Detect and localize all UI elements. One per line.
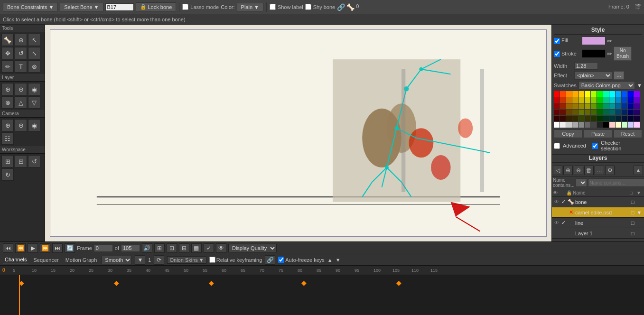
shy-bone-checkbox[interactable] [305,4,311,10]
color-cell[interactable] [591,97,597,103]
color-cell[interactable] [566,122,572,128]
view-btn-2[interactable]: ⊡ [167,243,177,253]
layers-collapse-btn[interactable]: ▲ [634,166,643,175]
layers-tool-2[interactable]: ⊕ [563,166,573,175]
color-cell[interactable] [572,122,578,128]
color-cell[interactable] [566,91,572,97]
color-cell[interactable] [609,122,615,128]
effect-options-btn[interactable]: … [614,71,624,80]
layer-vis-checkbox-2[interactable]: ✓ [560,220,567,226]
tool-rotate[interactable]: ↺ [15,47,27,59]
view-btn-3[interactable]: ⊟ [179,243,189,253]
color-cell[interactable] [603,122,609,128]
up-icon[interactable]: ▲ [327,257,333,263]
layer-check-1[interactable]: □ [629,210,636,215]
color-cell[interactable] [616,103,621,109]
color-cell[interactable] [554,116,560,121]
color-cell[interactable] [622,91,627,97]
color-cell[interactable] [603,91,609,97]
color-cell[interactable] [609,91,615,97]
layer-row[interactable]: 👁 ✓ line □ [552,218,644,228]
workspace-tool-2[interactable]: ⊟ [15,155,27,167]
down-icon[interactable]: ▼ [336,257,341,263]
color-cell[interactable] [616,91,621,97]
layer-row[interactable]: ✕ camel edite.psd □ ▼ [552,207,644,218]
smooth-select-arrow[interactable]: ▼ [135,255,145,265]
color-cell[interactable] [634,97,640,103]
sequencer-tab[interactable]: Sequencer [31,257,60,263]
color-cell[interactable] [616,97,621,103]
color-cell[interactable] [566,116,572,121]
layer-tool-5[interactable]: △ [15,96,27,109]
color-cell[interactable] [579,91,584,97]
workspace-tool-3[interactable]: ↺ [28,155,40,167]
color-cell[interactable] [628,116,634,121]
color-cell[interactable] [585,122,590,128]
color-cell[interactable] [585,116,590,121]
paste-button[interactable]: Paste [584,130,612,138]
camera-tool-1[interactable]: ⊕ [1,119,14,131]
color-cell[interactable] [591,91,597,97]
color-cell[interactable] [572,103,578,109]
color-cell[interactable] [622,122,627,128]
fill-checkbox[interactable] [554,38,560,44]
auto-freeze-checkbox[interactable] [278,257,284,263]
tool-text[interactable]: T [15,60,27,73]
tool-add[interactable]: ⊕ [15,34,27,46]
fill-color-swatch[interactable] [582,37,606,45]
filter-input[interactable] [588,178,644,187]
view-btn-1[interactable]: ⊞ [154,243,165,253]
color-cell[interactable] [609,110,615,115]
camera-tool-3[interactable]: ◉ [28,119,40,131]
width-input[interactable]: 1.28 [574,62,598,70]
fill-edit-icon[interactable]: ✏ [607,37,612,45]
color-cell[interactable] [622,97,627,103]
layer-check-3[interactable]: □ [629,231,636,236]
bone-constraints-btn[interactable]: Bone Constraints ▼ [3,3,58,11]
tool-scale[interactable]: ⤡ [28,47,40,59]
color-cell[interactable] [634,110,640,115]
channels-tab[interactable]: Channels [3,256,28,263]
color-cell[interactable] [579,103,584,109]
layer-tool-6[interactable]: ▽ [28,96,40,109]
color-cell[interactable] [616,116,621,121]
color-cell[interactable] [579,116,584,121]
color-cell[interactable] [634,116,640,121]
tool-pen[interactable]: ✏ [1,60,14,73]
layer-tool-1[interactable]: ⊕ [1,83,14,95]
camera-tool-4[interactable]: ☷ [1,132,14,145]
layer-row[interactable]: 👁 ✓ 🦴 bone □ [552,197,644,207]
color-cell[interactable] [554,103,560,109]
play-btn[interactable]: ▶ [28,243,38,253]
layer-eye-icon-0[interactable]: 👁 [553,199,560,204]
show-label-checkbox[interactable] [270,4,276,10]
copy-button[interactable]: Copy [554,130,582,138]
color-cell[interactable] [622,103,627,109]
layers-tool-1[interactable]: ◁ [553,166,562,175]
check-btn[interactable]: ✓ [204,243,214,253]
quality-select[interactable]: Display Quality [228,244,277,252]
color-cell[interactable] [560,116,566,121]
color-cell[interactable] [597,122,603,128]
color-cell[interactable] [554,122,560,128]
keyframing-icon[interactable]: 🔗 [265,255,275,265]
color-cell[interactable] [597,103,603,109]
color-cell[interactable] [585,103,590,109]
smooth-select[interactable]: Smooth [102,256,132,264]
color-cell[interactable] [609,97,615,103]
color-cell[interactable] [597,116,603,121]
skip-to-start-btn[interactable]: ⏮ [3,243,13,253]
color-cell[interactable] [591,103,597,109]
color-cell[interactable] [554,110,560,115]
color-cell[interactable] [585,91,590,97]
color-cell[interactable] [597,110,603,115]
filter-type-select[interactable]: ▼ [576,178,587,187]
color-cell[interactable] [628,103,634,109]
color-cell[interactable] [572,116,578,121]
no-brush-button[interactable]: NoBrush [614,46,632,61]
color-cell[interactable] [597,91,603,97]
color-cell[interactable] [585,110,590,115]
color-cell[interactable] [591,110,597,115]
lasso-mode-checkbox[interactable] [182,4,188,10]
layer-tool-3[interactable]: ◉ [28,83,40,95]
